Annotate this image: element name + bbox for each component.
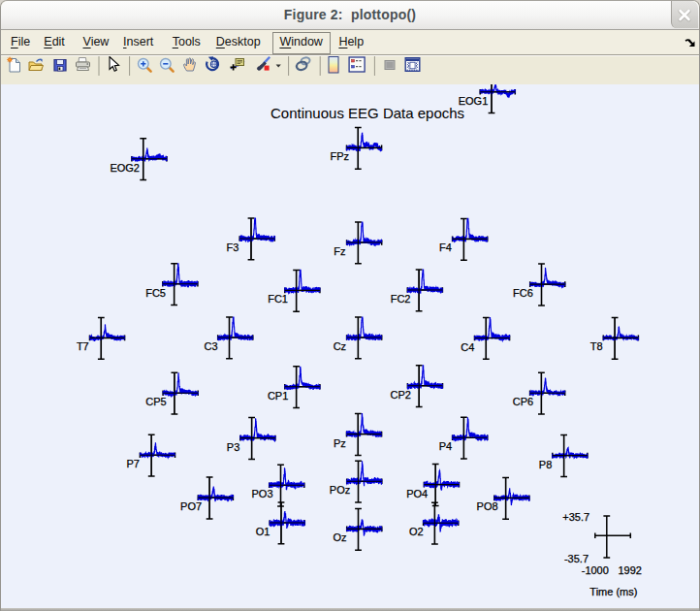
svg-text:PO3: PO3 xyxy=(251,488,272,499)
svg-text:-35.7: -35.7 xyxy=(564,553,589,564)
svg-text:Time (ms): Time (ms) xyxy=(589,586,637,597)
svg-text:FC6: FC6 xyxy=(513,287,533,299)
svg-text:CP6: CP6 xyxy=(513,396,533,407)
svg-text:C3: C3 xyxy=(204,340,217,352)
svg-text:O1: O1 xyxy=(256,526,270,537)
svg-text:P8: P8 xyxy=(539,459,552,470)
svg-text:Fz: Fz xyxy=(334,245,345,257)
svg-text:PO4: PO4 xyxy=(406,488,428,499)
svg-text:EOG2: EOG2 xyxy=(110,162,140,174)
svg-text:POz: POz xyxy=(330,484,350,496)
svg-text:FC1: FC1 xyxy=(268,293,288,305)
svg-text:+35.7: +35.7 xyxy=(562,511,589,523)
svg-text:PO7: PO7 xyxy=(180,500,202,512)
svg-text:P7: P7 xyxy=(126,458,139,469)
svg-text:CP1: CP1 xyxy=(268,390,288,402)
svg-text:C4: C4 xyxy=(461,341,474,353)
svg-text:Cz: Cz xyxy=(334,340,346,352)
svg-text:Oz: Oz xyxy=(333,531,346,543)
svg-text:P3: P3 xyxy=(227,441,239,453)
svg-text:CP5: CP5 xyxy=(145,396,166,407)
svg-text:T8: T8 xyxy=(590,340,603,352)
svg-text:FPz: FPz xyxy=(331,150,350,162)
svg-text:CP2: CP2 xyxy=(390,389,410,401)
svg-text:-1000: -1000 xyxy=(582,564,609,576)
svg-text:1992: 1992 xyxy=(618,564,641,576)
svg-text:FC2: FC2 xyxy=(391,293,411,305)
svg-text:Pz: Pz xyxy=(334,437,346,449)
svg-text:F3: F3 xyxy=(227,241,239,253)
svg-text:EOG1: EOG1 xyxy=(459,95,489,107)
svg-text:T7: T7 xyxy=(77,340,89,352)
svg-text:O2: O2 xyxy=(409,526,424,537)
svg-text:PO8: PO8 xyxy=(477,500,498,512)
svg-text:F4: F4 xyxy=(439,241,452,253)
svg-text:P4: P4 xyxy=(439,440,452,452)
svg-text:FC5: FC5 xyxy=(145,287,166,299)
